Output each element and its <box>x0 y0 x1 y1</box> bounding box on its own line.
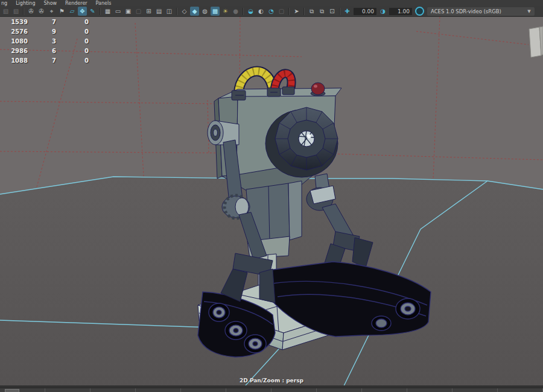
toolbar-separator <box>23 8 24 15</box>
panel-menu-bar: ng Lighting Show Renderer Panels <box>0 0 543 6</box>
menu-item-shading-partial[interactable]: ng <box>1 1 7 6</box>
toolbar-separator <box>176 8 177 15</box>
use-all-lights-icon[interactable]: ☀ <box>221 7 230 16</box>
hud-row-tris: 298660 <box>0 48 103 57</box>
color-management-toggle-icon[interactable] <box>415 7 424 16</box>
pan-layout-next-icon[interactable]: ▧ <box>11 7 21 16</box>
menu-item-panels[interactable]: Panels <box>96 1 112 6</box>
current-frame-marker[interactable] <box>5 389 19 392</box>
shaded-icon[interactable]: ◆ <box>190 7 199 16</box>
resolution-gate-icon[interactable]: ▣ <box>124 7 133 16</box>
exposure-field[interactable]: 0.00 <box>354 8 376 15</box>
ambient-occlusion-icon[interactable]: ◐ <box>256 7 265 16</box>
colorspace-label: ACES 1.0 SDR-video (sRGB) <box>427 8 524 14</box>
hud-row-edges: 257690 <box>0 28 103 38</box>
textured-icon[interactable]: ▩ <box>211 7 220 16</box>
motion-blur-icon[interactable]: ◔ <box>267 7 276 16</box>
two-d-pan-zoom-icon[interactable]: ✥ <box>78 7 87 16</box>
shadows-icon[interactable]: ◒ <box>246 7 255 16</box>
default-material-icon[interactable]: ● <box>231 7 240 16</box>
toolbar-separator <box>303 8 305 15</box>
grid-icon[interactable]: ▦ <box>103 7 112 16</box>
hose-connector <box>282 87 294 95</box>
colorspace-dropdown[interactable]: ACES 1.0 SDR-video (sRGB) ▼ <box>427 7 535 16</box>
viewport-camera-label: 2D Pan/Zoom : persp <box>0 378 543 384</box>
toolbar-separator <box>100 8 101 15</box>
chevron-down-icon[interactable]: ▼ <box>524 9 535 14</box>
hud-row-faces: 108030 <box>0 38 103 48</box>
image-plane-icon[interactable]: ▱ <box>68 7 77 16</box>
viewport-toolbar: ▧ ▧ ✇ ✇ ⌖ ⚑ ▱ ✥ ✎ ▦ ▭ ▣ ▢ ⊞ ▤ ◫ ◇ ◆ ◍ ▩ … <box>0 6 543 17</box>
hud-row-verts: 153970 <box>0 19 103 28</box>
time-slider-ticks[interactable] <box>0 388 543 392</box>
isolate-select-icon[interactable]: ⊡ <box>328 7 337 16</box>
robot-chest-side <box>288 181 302 240</box>
wireframe-icon[interactable]: ◇ <box>180 7 189 16</box>
toolbar-separator <box>288 8 290 15</box>
time-slider[interactable] <box>0 387 543 392</box>
pan-layout-prev-icon[interactable]: ▧ <box>1 7 10 16</box>
scene-canvas <box>0 17 543 387</box>
grease-pencil-icon[interactable]: ✎ <box>88 7 97 16</box>
select-tool-icon[interactable]: ➤ <box>292 7 301 16</box>
bookmark-icon[interactable]: ⚑ <box>57 7 66 16</box>
background-cube[interactable] <box>529 27 543 57</box>
toolbar-separator <box>243 8 244 15</box>
safe-title-icon[interactable]: ◫ <box>165 7 174 16</box>
dome-light <box>311 83 325 95</box>
wireframe-on-shaded-icon[interactable]: ◍ <box>200 7 209 16</box>
menu-item-lighting[interactable]: Lighting <box>16 1 35 6</box>
menu-item-renderer[interactable]: Renderer <box>65 1 87 6</box>
contrast-icon[interactable]: ◑ <box>378 7 387 16</box>
lock-camera-icon[interactable]: ✇ <box>37 7 46 16</box>
perspective-viewport[interactable]: 153970 257690 108030 298660 108870 2D Pa… <box>0 17 543 387</box>
exposure-icon[interactable]: ✚ <box>343 7 352 16</box>
gamma-field[interactable]: 1.00 <box>389 8 412 15</box>
toolbar-separator <box>339 8 340 15</box>
poly-count-hud: 153970 257690 108030 298660 108870 <box>0 19 103 67</box>
anti-alias-icon[interactable]: ▢ <box>277 7 286 16</box>
field-chart-icon[interactable]: ⊞ <box>144 7 153 16</box>
hud-row-uvs: 108870 <box>0 57 103 67</box>
gate-mask-icon[interactable]: ▢ <box>134 7 143 16</box>
paste-a-icon[interactable]: ⧉ <box>307 7 316 16</box>
safe-action-icon[interactable]: ▤ <box>154 7 164 16</box>
film-gate-icon[interactable]: ▭ <box>113 7 122 16</box>
menu-item-show[interactable]: Show <box>44 1 57 6</box>
select-camera-icon[interactable]: ✇ <box>27 7 36 16</box>
paste-b-icon[interactable]: ⧉ <box>317 7 326 16</box>
maya-viewport-window: ng Lighting Show Renderer Panels ▧ ▧ ✇ ✇… <box>0 0 543 392</box>
camera-attributes-icon[interactable]: ⌖ <box>47 7 56 16</box>
